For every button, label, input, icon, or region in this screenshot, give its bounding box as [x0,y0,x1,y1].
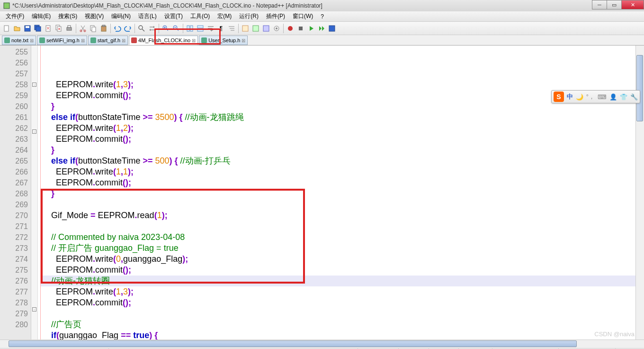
horizontal-scrollbar[interactable] [0,340,644,348]
redo-icon[interactable] [123,24,133,33]
code-line[interactable] [41,199,644,210]
play-multi-icon[interactable] [317,24,326,33]
sync-h-icon[interactable] [196,24,205,33]
code-line[interactable]: // Commented by naiva 2023-04-08 [41,232,644,243]
show-all-chars-icon[interactable]: ¶ [216,24,226,33]
code-line[interactable]: } [41,145,644,156]
scrollbar-thumb[interactable] [636,55,643,121]
open-file-icon[interactable] [12,24,22,33]
menu-item[interactable]: 文件(F) [2,11,28,21]
tab-close-icon[interactable]: ⊠ [192,38,196,43]
code-line[interactable]: EEPROM.write(1,2); [41,123,644,134]
tab[interactable]: 4M_Flash_CLOCK.ino⊠ [129,36,198,45]
stop-macro-icon[interactable] [296,24,305,33]
menu-item[interactable]: 工具(O) [187,11,214,21]
ime-mode[interactable]: 中 [567,92,573,101]
svg-point-27 [276,28,277,29]
find-icon[interactable] [137,24,146,33]
save-all-icon[interactable] [33,24,43,33]
monitor-icon[interactable] [272,24,281,33]
tab[interactable]: start_gif.h⊠ [88,36,128,45]
moon-icon[interactable]: 🌙 [576,93,583,101]
wrap-icon[interactable] [206,24,215,33]
menu-item[interactable]: 编码(N) [107,11,134,21]
maximize-button[interactable]: ▭ [607,0,622,9]
code-line[interactable]: EEPROM.commit(); [41,265,644,276]
fold-column[interactable]: --- [31,46,38,340]
save-icon[interactable] [23,24,32,33]
menu-item[interactable]: ? [317,12,328,21]
code-line[interactable]: Gif_Mode = EEPROM.read(1); [41,210,644,221]
close-file-icon[interactable] [44,24,53,33]
minimize-button[interactable]: ─ [592,0,607,9]
tab-close-icon[interactable]: ⊠ [122,38,125,43]
code-line[interactable]: EEPROM.write(1,1); [41,166,644,177]
code-area[interactable]: EEPROM.write(1,3); EEPROM.commit(); } el… [41,46,644,340]
tab[interactable]: User_Setup.h⊠ [199,36,248,45]
menu-item[interactable]: 搜索(S) [54,11,81,21]
code-line[interactable]: EEPROM.write(0,guanggao_Flag); [41,254,644,265]
editor-area[interactable]: 2552562572582592602612622632642652662672… [0,46,644,340]
watermark: CSDN @naiva [594,331,635,338]
menu-item[interactable]: 插件(P) [262,11,289,21]
person-icon[interactable]: 👤 [609,93,617,101]
menu-item[interactable]: 语言(L) [134,11,161,21]
sync-v-icon[interactable] [185,24,195,33]
new-file-icon[interactable] [2,24,11,33]
code-line[interactable]: EEPROM.commit(); [41,297,644,308]
menu-item[interactable]: 宏(M) [214,11,235,21]
skin-icon[interactable]: 👕 [620,93,627,101]
vertical-scrollbar[interactable] [635,46,644,340]
menu-item[interactable]: 窗口(W) [289,11,317,21]
file-icon [90,37,96,43]
code-line[interactable]: //广告页 [41,319,644,330]
tab[interactable]: note.txt⊠ [2,36,36,45]
close-all-icon[interactable] [54,24,63,33]
code-line[interactable]: } [41,188,644,199]
paste-icon[interactable] [99,24,108,33]
tab[interactable]: setWiFi_img.h⊠ [37,36,87,45]
code-line[interactable]: else if(buttonStateTime >= 500) { //动画-打… [41,156,644,166]
code-line[interactable]: // 开启广告 guanggao_Flag = true [41,243,644,254]
undo-icon[interactable] [113,24,122,33]
code-line[interactable]: EEPROM.write(1,3); [41,79,644,90]
file-icon [131,37,137,43]
punct-icon[interactable]: °， [586,92,595,101]
cut-icon[interactable] [78,24,88,33]
menu-item[interactable]: 视图(V) [81,11,107,21]
record-macro-icon[interactable] [286,24,295,33]
scrollbar-thumb[interactable] [9,340,577,347]
doc-map-icon[interactable] [261,24,271,33]
copy-icon[interactable] [89,24,98,33]
play-macro-icon[interactable] [306,24,316,33]
keyboard-icon[interactable]: ⌨ [598,93,607,101]
menu-item[interactable]: 编辑(E) [28,11,54,21]
tab-close-icon[interactable]: ⊠ [30,38,34,43]
code-line[interactable]: EEPROM.commit(); [41,134,644,145]
print-icon[interactable] [64,24,74,33]
window-title: *C:\Users\Administrator\Desktop\4M_Flash… [12,2,322,9]
tab-close-icon[interactable]: ⊠ [81,38,85,43]
code-line[interactable]: //动画-龙猫转圈 [41,276,644,286]
ime-toolbar[interactable]: S 中 🌙 °， ⌨ 👤 👕 🔧 [551,90,640,103]
code-line[interactable]: EEPROM.write(1,3); [41,286,644,297]
svg-rect-14 [92,27,96,32]
code-line[interactable] [41,221,644,232]
menu-item[interactable]: 运行(R) [235,11,262,21]
zoom-out-icon[interactable] [171,24,181,33]
code-line[interactable] [41,308,644,319]
close-button[interactable]: ✕ [621,0,644,9]
tools-icon[interactable]: 🔧 [630,93,638,101]
code-line[interactable]: EEPROM.commit(); [41,177,644,188]
code-line[interactable]: if(guanggao_Flag == true) { [41,330,644,340]
indent-guide-icon[interactable] [227,24,236,33]
folder-panel-icon[interactable] [251,24,260,33]
code-line[interactable]: else if(buttonStateTime >= 3500) { //动画-… [41,112,644,123]
sogou-icon[interactable]: S [554,92,564,102]
func-list-icon[interactable] [241,24,250,33]
replace-icon[interactable] [147,24,157,33]
zoom-in-icon[interactable] [161,24,170,33]
save-macro-icon[interactable] [327,24,337,33]
tab-close-icon[interactable]: ⊠ [242,38,245,43]
menu-item[interactable]: 设置(T) [161,11,187,21]
